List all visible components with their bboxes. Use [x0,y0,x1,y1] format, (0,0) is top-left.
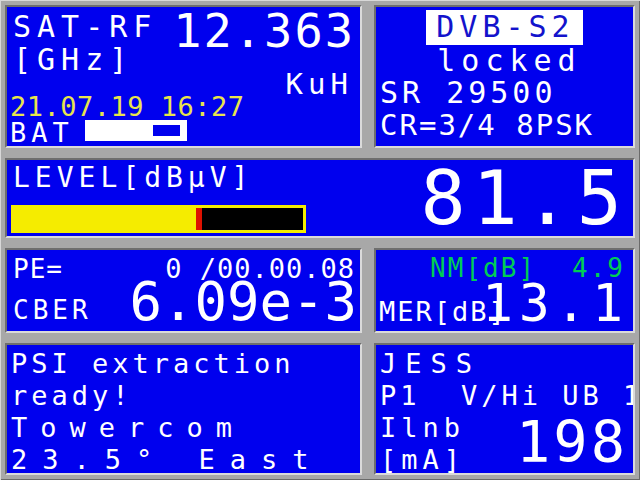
symbol-rate: SR 29500 [380,78,633,108]
battery-level-indicator [153,125,180,136]
level-bargraph [11,205,306,233]
frequency-value: 12.363 [173,7,355,54]
panel-level: LEVEL[dBµV] 81.5 [5,158,635,238]
mer-value: 13.1 [482,278,629,329]
satellite-operator: Towercom [11,412,360,444]
battery-label: BAT [10,119,74,146]
lock-status: locked [386,46,633,76]
level-bar-fill [14,208,196,230]
panel-psi-info: PSI extraction ready! Towercom 23.5° Eas… [5,343,362,475]
level-value: 81.5 [420,161,629,236]
lnb-system: JESS [380,348,633,380]
level-label: LEVEL[dBµV] [13,164,253,192]
battery-gauge [85,120,187,141]
datetime-display: 21.07.19 16:27 [10,93,245,120]
psi-status-line1: PSI extraction [11,348,360,380]
panel-demodulator: DVB-S2 locked SR 29500 CR=3/4 8PSK [374,5,635,148]
cber-label: CBER [13,297,92,323]
psi-status-line2: ready! [11,380,360,412]
standard-label: DVB-S2 [436,9,574,44]
rf-mode-label: SAT-RF [13,12,157,42]
cber-value: 6.09e-3 [129,275,357,329]
meter-screen: SAT-RF 12.363 [GHz] KuH 21.07.19 16:27 B… [0,0,640,480]
band-polarization-indicator: KuH [286,70,353,99]
panel-error-rates: PE= 0 /00.00.08 CBER 6.09e-3 [5,248,362,333]
panel-signal-quality: NM[dB]4.9 MER[dB] 13.1 [374,248,635,333]
standard-badge: DVB-S2 [426,10,582,45]
level-bar-remainder [202,208,303,230]
panel-lnb: JESS P1 V/Hi UB 1 Ilnb [mA] 198 [374,343,635,475]
frequency-unit: [GHz] [13,45,133,75]
code-rate-modulation: CR=3/4 8PSK [380,111,633,140]
lnb-current-value: 198 [516,414,628,471]
panel-sat-rf: SAT-RF 12.363 [GHz] KuH 21.07.19 16:27 B… [5,5,362,148]
packet-error-label: PE= [13,256,63,282]
satellite-position: 23.5° East [11,444,360,475]
lnb-config: P1 V/Hi UB 1 [380,380,633,412]
